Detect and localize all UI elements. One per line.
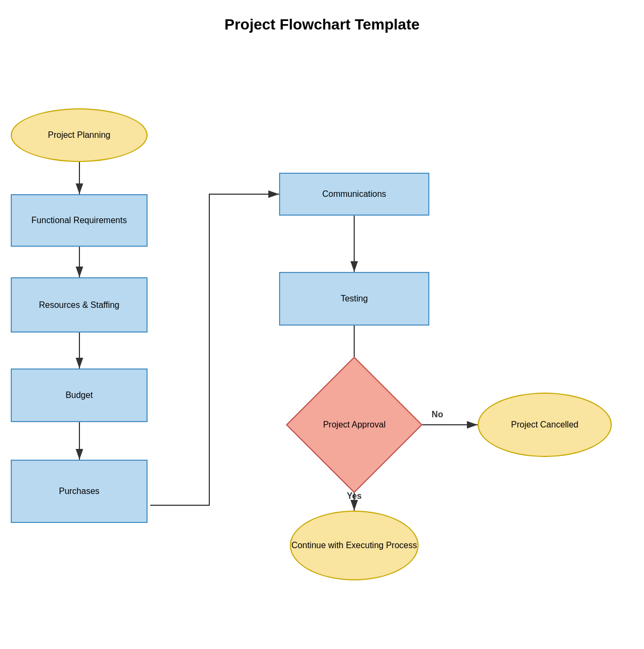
budget-label: Budget xyxy=(65,390,93,400)
project-cancelled-node: Project Cancelled xyxy=(478,393,612,457)
project-planning-node: Project Planning xyxy=(11,108,148,162)
functional-requirements-node: Functional Requirements xyxy=(11,194,148,247)
project-approval-label: Project Approval xyxy=(323,420,386,430)
flowchart-container: No Yes Project Planning Functional Requi… xyxy=(0,39,644,649)
page-title: Project Flowchart Template xyxy=(0,0,644,39)
project-planning-label: Project Planning xyxy=(48,130,111,140)
resources-staffing-node: Resources & Staffing xyxy=(11,277,148,333)
communications-label: Communications xyxy=(322,189,386,199)
project-cancelled-label: Project Cancelled xyxy=(511,420,578,430)
testing-label: Testing xyxy=(341,294,368,304)
no-label: No xyxy=(431,410,443,419)
continue-executing-label: Continue with Executing Process xyxy=(291,541,417,550)
purchases-node: Purchases xyxy=(11,460,148,523)
purchases-label: Purchases xyxy=(59,486,100,496)
resources-staffing-label: Resources & Staffing xyxy=(39,300,119,310)
communications-node: Communications xyxy=(279,173,429,216)
continue-executing-node: Continue with Executing Process xyxy=(290,511,419,580)
functional-requirements-label: Functional Requirements xyxy=(32,216,127,225)
budget-node: Budget xyxy=(11,368,148,422)
testing-node: Testing xyxy=(279,272,429,326)
project-approval-node: Project Approval xyxy=(286,357,423,493)
